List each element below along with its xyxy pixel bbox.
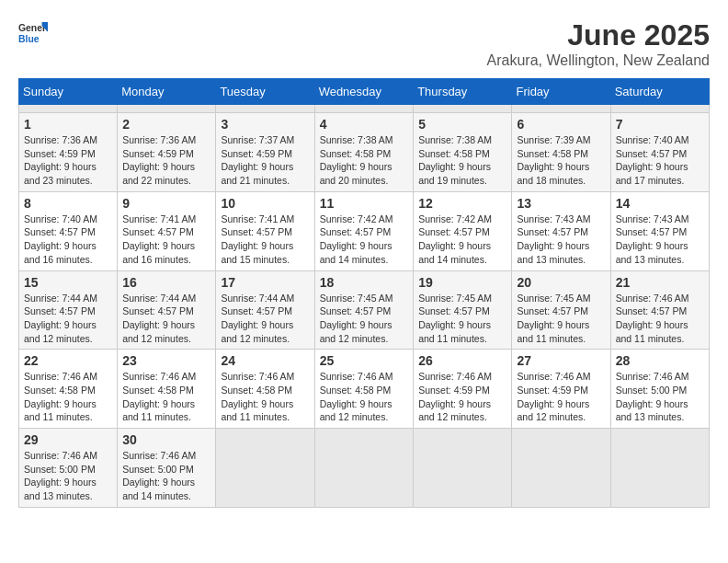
month-title: June 2025 bbox=[487, 18, 711, 52]
table-row bbox=[610, 429, 709, 508]
day-info: Sunrise: 7:46 AMSunset: 4:59 PMDaylight:… bbox=[418, 370, 506, 424]
table-row: 4Sunrise: 7:38 AMSunset: 4:58 PMDaylight… bbox=[314, 113, 414, 192]
header-saturday: Saturday bbox=[610, 79, 709, 105]
table-row: 23Sunrise: 7:46 AMSunset: 4:58 PMDayligh… bbox=[118, 350, 216, 429]
calendar-week-row: 15Sunrise: 7:44 AMSunset: 4:57 PMDayligh… bbox=[19, 270, 710, 350]
calendar-week-row: 8Sunrise: 7:40 AMSunset: 4:57 PMDaylight… bbox=[19, 191, 710, 270]
day-info: Sunrise: 7:42 AMSunset: 4:57 PMDaylight:… bbox=[320, 213, 409, 267]
day-number: 16 bbox=[122, 275, 210, 290]
day-number: 17 bbox=[221, 275, 309, 290]
logo: General Blue bbox=[18, 18, 48, 48]
day-number: 25 bbox=[320, 353, 409, 368]
day-info: Sunrise: 7:40 AMSunset: 4:57 PMDaylight:… bbox=[24, 213, 112, 267]
calendar-week-row: 1Sunrise: 7:36 AMSunset: 4:59 PMDaylight… bbox=[19, 113, 710, 192]
table-row: 1Sunrise: 7:36 AMSunset: 4:59 PMDaylight… bbox=[19, 113, 118, 192]
table-row: 10Sunrise: 7:41 AMSunset: 4:57 PMDayligh… bbox=[216, 191, 314, 270]
day-info: Sunrise: 7:39 AMSunset: 4:58 PMDaylight:… bbox=[517, 133, 605, 188]
header-thursday: Thursday bbox=[414, 79, 512, 105]
logo-icon: General Blue bbox=[18, 18, 48, 48]
table-row bbox=[414, 429, 512, 508]
table-row: 15Sunrise: 7:44 AMSunset: 4:57 PMDayligh… bbox=[19, 270, 118, 350]
table-row: 16Sunrise: 7:44 AMSunset: 4:57 PMDayligh… bbox=[118, 270, 216, 350]
day-number: 10 bbox=[221, 196, 309, 211]
table-row: 22Sunrise: 7:46 AMSunset: 4:58 PMDayligh… bbox=[19, 350, 118, 429]
day-number: 27 bbox=[517, 353, 605, 368]
day-info: Sunrise: 7:38 AMSunset: 4:58 PMDaylight:… bbox=[418, 133, 506, 188]
day-number: 7 bbox=[616, 117, 704, 132]
table-row: 28Sunrise: 7:46 AMSunset: 5:00 PMDayligh… bbox=[610, 350, 709, 429]
table-row: 18Sunrise: 7:45 AMSunset: 4:57 PMDayligh… bbox=[314, 270, 414, 350]
day-number: 12 bbox=[418, 196, 506, 211]
day-info: Sunrise: 7:46 AMSunset: 5:00 PMDaylight:… bbox=[616, 370, 704, 424]
header-friday: Friday bbox=[512, 79, 610, 105]
day-info: Sunrise: 7:42 AMSunset: 4:57 PMDaylight:… bbox=[418, 213, 506, 267]
day-info: Sunrise: 7:37 AMSunset: 4:59 PMDaylight:… bbox=[221, 133, 309, 188]
day-info: Sunrise: 7:45 AMSunset: 4:57 PMDaylight:… bbox=[320, 292, 409, 346]
table-row bbox=[414, 105, 512, 113]
day-info: Sunrise: 7:43 AMSunset: 4:57 PMDaylight:… bbox=[616, 213, 704, 267]
table-row bbox=[610, 105, 709, 113]
table-row: 24Sunrise: 7:46 AMSunset: 4:58 PMDayligh… bbox=[216, 350, 314, 429]
table-row bbox=[216, 429, 314, 508]
day-number: 21 bbox=[616, 275, 704, 290]
day-number: 13 bbox=[517, 196, 605, 211]
table-row bbox=[512, 429, 610, 508]
day-info: Sunrise: 7:44 AMSunset: 4:57 PMDaylight:… bbox=[221, 292, 309, 346]
table-row: 5Sunrise: 7:38 AMSunset: 4:58 PMDaylight… bbox=[414, 113, 512, 192]
table-row: 30Sunrise: 7:46 AMSunset: 5:00 PMDayligh… bbox=[118, 429, 216, 508]
day-info: Sunrise: 7:45 AMSunset: 4:57 PMDaylight:… bbox=[517, 292, 605, 346]
table-row bbox=[19, 105, 118, 113]
day-number: 14 bbox=[616, 196, 704, 211]
day-info: Sunrise: 7:38 AMSunset: 4:58 PMDaylight:… bbox=[320, 133, 409, 188]
day-info: Sunrise: 7:41 AMSunset: 4:57 PMDaylight:… bbox=[221, 213, 309, 267]
table-row: 9Sunrise: 7:41 AMSunset: 4:57 PMDaylight… bbox=[118, 191, 216, 270]
day-info: Sunrise: 7:46 AMSunset: 4:58 PMDaylight:… bbox=[320, 370, 409, 424]
table-row bbox=[512, 105, 610, 113]
day-info: Sunrise: 7:45 AMSunset: 4:57 PMDaylight:… bbox=[418, 292, 506, 346]
table-row bbox=[314, 105, 414, 113]
day-number: 22 bbox=[24, 353, 112, 368]
table-row: 3Sunrise: 7:37 AMSunset: 4:59 PMDaylight… bbox=[216, 113, 314, 192]
day-number: 28 bbox=[616, 353, 704, 368]
table-row: 13Sunrise: 7:43 AMSunset: 4:57 PMDayligh… bbox=[512, 191, 610, 270]
table-row: 20Sunrise: 7:45 AMSunset: 4:57 PMDayligh… bbox=[512, 270, 610, 350]
day-number: 6 bbox=[517, 117, 605, 132]
day-info: Sunrise: 7:36 AMSunset: 4:59 PMDaylight:… bbox=[24, 133, 112, 188]
day-info: Sunrise: 7:46 AMSunset: 4:58 PMDaylight:… bbox=[221, 370, 309, 424]
svg-text:Blue: Blue bbox=[18, 34, 40, 44]
table-row: 21Sunrise: 7:46 AMSunset: 4:57 PMDayligh… bbox=[610, 270, 709, 350]
table-row bbox=[314, 429, 414, 508]
day-info: Sunrise: 7:44 AMSunset: 4:57 PMDaylight:… bbox=[122, 292, 210, 346]
table-row: 27Sunrise: 7:46 AMSunset: 4:59 PMDayligh… bbox=[512, 350, 610, 429]
calendar-header-row: Sunday Monday Tuesday Wednesday Thursday… bbox=[19, 79, 710, 105]
day-number: 29 bbox=[24, 432, 112, 447]
table-row: 17Sunrise: 7:44 AMSunset: 4:57 PMDayligh… bbox=[216, 270, 314, 350]
table-row: 26Sunrise: 7:46 AMSunset: 4:59 PMDayligh… bbox=[414, 350, 512, 429]
day-number: 19 bbox=[418, 275, 506, 290]
table-row: 25Sunrise: 7:46 AMSunset: 4:58 PMDayligh… bbox=[314, 350, 414, 429]
header-wednesday: Wednesday bbox=[314, 79, 414, 105]
day-number: 3 bbox=[221, 117, 309, 132]
day-info: Sunrise: 7:43 AMSunset: 4:57 PMDaylight:… bbox=[517, 213, 605, 267]
calendar-week-row bbox=[19, 105, 710, 113]
table-row: 2Sunrise: 7:36 AMSunset: 4:59 PMDaylight… bbox=[118, 113, 216, 192]
day-info: Sunrise: 7:44 AMSunset: 4:57 PMDaylight:… bbox=[24, 292, 112, 346]
day-info: Sunrise: 7:41 AMSunset: 4:57 PMDaylight:… bbox=[122, 213, 210, 267]
day-number: 1 bbox=[24, 117, 112, 132]
day-info: Sunrise: 7:46 AMSunset: 4:59 PMDaylight:… bbox=[517, 370, 605, 424]
table-row bbox=[118, 105, 216, 113]
day-info: Sunrise: 7:46 AMSunset: 5:00 PMDaylight:… bbox=[24, 449, 112, 503]
table-row: 12Sunrise: 7:42 AMSunset: 4:57 PMDayligh… bbox=[414, 191, 512, 270]
day-number: 8 bbox=[24, 196, 112, 211]
header-tuesday: Tuesday bbox=[216, 79, 314, 105]
day-info: Sunrise: 7:46 AMSunset: 4:57 PMDaylight:… bbox=[616, 292, 704, 346]
day-number: 23 bbox=[122, 353, 210, 368]
calendar-table: Sunday Monday Tuesday Wednesday Thursday… bbox=[18, 78, 710, 508]
day-info: Sunrise: 7:40 AMSunset: 4:57 PMDaylight:… bbox=[616, 133, 704, 188]
day-info: Sunrise: 7:46 AMSunset: 5:00 PMDaylight:… bbox=[122, 449, 210, 503]
day-number: 20 bbox=[517, 275, 605, 290]
day-info: Sunrise: 7:46 AMSunset: 4:58 PMDaylight:… bbox=[122, 370, 210, 424]
day-number: 9 bbox=[122, 196, 210, 211]
day-number: 24 bbox=[221, 353, 309, 368]
page-header: General Blue June 2025 Arakura, Wellingt… bbox=[18, 18, 710, 69]
